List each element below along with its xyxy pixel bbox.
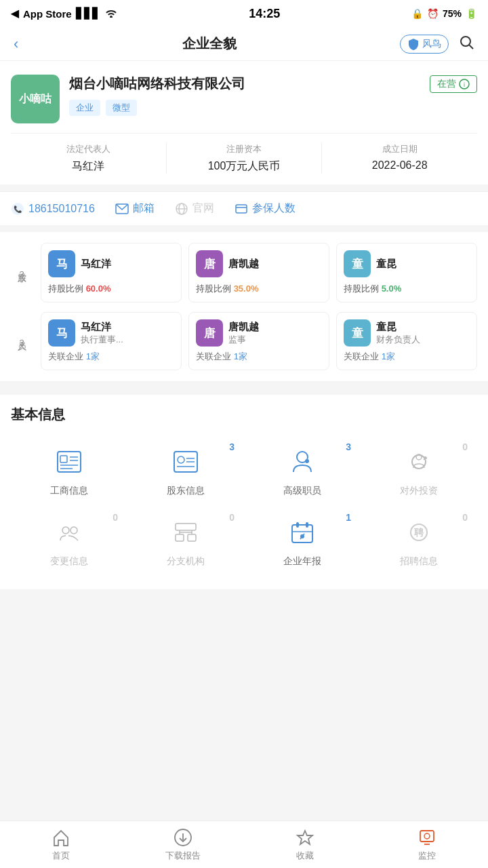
phone-item[interactable]: 📞 18615010716 bbox=[11, 202, 95, 216]
info-label-gaoji: 高级职员 bbox=[283, 485, 321, 497]
personnel-cards: 马 马红洋 执行董事... 关联企业 1家 唐 唐凯越 监事 bbox=[41, 312, 477, 370]
company-top: 小嘀咕 烟台小嘀咕网络科技有限公司 在营 i 企业 微型 bbox=[11, 75, 477, 123]
svg-rect-13 bbox=[60, 456, 67, 462]
info-item-gudong[interactable]: 3 股东信息 bbox=[127, 437, 244, 508]
nav-item-monitor[interactable]: 监控 bbox=[366, 824, 488, 866]
info-item-zhaopin[interactable]: 0 聘 招聘信息 bbox=[361, 508, 477, 578]
company-info: 烟台小嘀咕网络科技有限公司 在营 i 企业 微型 bbox=[69, 75, 477, 116]
info-item-duiwai[interactable]: 0 对外投资 bbox=[361, 437, 477, 508]
info-count-fenzhi: 0 bbox=[229, 512, 235, 523]
lock-icon: 🔒 bbox=[411, 8, 423, 19]
home-icon bbox=[52, 828, 70, 847]
info-item-fenzhi[interactable]: 0 分支机构 bbox=[127, 508, 244, 578]
shareholder-ratio-1: 持股比例 60.0% bbox=[48, 283, 174, 295]
status-left: ◀ App Store ▋▋▋ bbox=[11, 7, 118, 20]
personnel-card-3[interactable]: 童 童昆 财务负责人 关联企业 1家 bbox=[336, 312, 477, 370]
basic-info-title: 基本信息 bbox=[11, 406, 477, 424]
shareholder-ratio-value-3: 5.0% bbox=[382, 283, 402, 294]
alarm-icon: ⏰ bbox=[427, 8, 439, 19]
nav-item-home[interactable]: 首页 bbox=[0, 824, 122, 866]
personnel-role-3: 财务负责人 bbox=[376, 334, 420, 346]
info-count-gudong: 3 bbox=[229, 441, 235, 452]
fenzhi-icon bbox=[168, 515, 203, 550]
monitor-icon bbox=[418, 828, 436, 847]
insurance-icon bbox=[235, 202, 248, 216]
status-bar: ◀ App Store ▋▋▋ 14:25 🔒 ⏰ 75% 🔋 bbox=[0, 0, 488, 27]
star-icon bbox=[296, 828, 314, 847]
personnel-name-3: 童昆 bbox=[376, 321, 420, 334]
shareholder-ratio-3: 持股比例 5.0% bbox=[344, 283, 470, 295]
nav-item-favorite[interactable]: 收藏 bbox=[244, 824, 366, 866]
nav-label-favorite: 收藏 bbox=[296, 850, 314, 862]
nav-item-download[interactable]: 下载报告 bbox=[122, 824, 244, 866]
legal-rep-value: 马红洋 bbox=[11, 159, 166, 174]
shareholder-name-2: 唐凯越 bbox=[228, 258, 259, 271]
brand-button[interactable]: 风鸟 bbox=[400, 35, 449, 54]
info-label-biangeng: 变更信息 bbox=[50, 555, 88, 568]
personnel-related-3: 关联企业 1家 bbox=[344, 351, 470, 363]
svg-text:聘: 聘 bbox=[413, 527, 424, 538]
svg-text:i: i bbox=[464, 81, 465, 88]
personnel-card-2[interactable]: 唐 唐凯越 监事 关联企业 1家 bbox=[188, 312, 329, 370]
search-icon bbox=[458, 34, 474, 50]
info-grid: 工商信息 3 股东信息 3 高级职员 0 对外投资 0 bbox=[11, 437, 477, 578]
website-item[interactable]: 官网 bbox=[175, 201, 214, 216]
info-icon: i bbox=[459, 79, 470, 90]
nav-label-home: 首页 bbox=[52, 850, 70, 862]
nianbao-icon bbox=[285, 515, 320, 550]
nav-label-download: 下载报告 bbox=[165, 850, 201, 862]
divider-2 bbox=[0, 388, 488, 395]
personnel-related-2: 关联企业 1家 bbox=[196, 351, 322, 363]
shareholder-card-1[interactable]: 马 马红洋 持股比例 60.0% bbox=[41, 243, 182, 302]
shareholder-avatar-2: 唐 bbox=[196, 250, 223, 277]
shareholder-card-2[interactable]: 唐 唐凯越 持股比例 35.0% bbox=[188, 243, 329, 302]
personnel-role-2: 监事 bbox=[228, 334, 259, 346]
found-date-item: 成立日期 2022-06-28 bbox=[322, 143, 477, 174]
info-item-nianbao[interactable]: 1 企业年报 bbox=[244, 508, 361, 578]
status-time: 14:25 bbox=[249, 7, 280, 21]
info-item-gongshang[interactable]: 工商信息 bbox=[11, 437, 127, 508]
download-icon bbox=[174, 828, 192, 847]
svg-rect-29 bbox=[176, 524, 196, 530]
bottom-nav: 首页 下载报告 收藏 监控 bbox=[0, 821, 488, 868]
zhaopin-icon: 聘 bbox=[401, 515, 436, 550]
back-arrow-status: ◀ bbox=[11, 7, 19, 20]
company-name: 烟台小嘀咕网络科技有限公司 bbox=[69, 75, 245, 93]
company-header: 小嘀咕 烟台小嘀咕网络科技有限公司 在营 i 企业 微型 法定代表人 马红洋 注… bbox=[0, 61, 488, 184]
svg-marker-45 bbox=[298, 831, 312, 844]
website-label: 官网 bbox=[192, 201, 214, 216]
status-text: 在营 bbox=[437, 78, 456, 90]
carrier-label: App Store bbox=[23, 8, 72, 20]
info-count-gaoji: 3 bbox=[346, 441, 351, 452]
info-item-gaoji[interactable]: 3 高级职员 bbox=[244, 437, 361, 508]
reg-capital-value: 100万元人民币 bbox=[167, 159, 322, 174]
svg-text:📞: 📞 bbox=[14, 205, 22, 214]
svg-rect-30 bbox=[176, 534, 184, 541]
found-date-value: 2022-06-28 bbox=[322, 159, 477, 172]
shareholder-card-3[interactable]: 童 童昆 持股比例 5.0% bbox=[336, 243, 477, 302]
svg-point-0 bbox=[461, 37, 470, 46]
info-item-biangeng[interactable]: 0 变更信息 bbox=[11, 508, 127, 578]
divider-1 bbox=[0, 225, 488, 232]
page-title: 企业全貌 bbox=[182, 35, 237, 53]
biangeng-icon bbox=[52, 515, 87, 550]
svg-line-1 bbox=[469, 45, 473, 49]
svg-rect-10 bbox=[236, 205, 247, 213]
shareholder-cards: 马 马红洋 持股比例 60.0% 唐 唐凯越 持股比例 35.0% bbox=[41, 243, 477, 302]
basic-info-section: 基本信息 工商信息 3 股东信息 3 高级职员 0 bbox=[0, 395, 488, 589]
company-status: 在营 i bbox=[430, 75, 477, 93]
email-item[interactable]: 邮箱 bbox=[115, 201, 155, 216]
gudong-icon bbox=[168, 444, 203, 479]
info-label-gongshang: 工商信息 bbox=[50, 485, 88, 497]
email-icon bbox=[115, 203, 129, 214]
svg-rect-46 bbox=[420, 831, 434, 842]
insurance-item[interactable]: 参保人数 bbox=[235, 201, 296, 216]
shareholder-label-col: 股东 3 bbox=[11, 243, 33, 302]
search-button[interactable] bbox=[458, 34, 474, 54]
personnel-card-1[interactable]: 马 马红洋 执行董事... 关联企业 1家 bbox=[41, 312, 182, 370]
company-name-row: 烟台小嘀咕网络科技有限公司 在营 i bbox=[69, 75, 477, 93]
back-button[interactable]: ‹ bbox=[14, 35, 18, 53]
svg-rect-37 bbox=[306, 522, 308, 528]
info-label-nianbao: 企业年报 bbox=[283, 555, 321, 568]
svg-rect-31 bbox=[188, 534, 196, 541]
